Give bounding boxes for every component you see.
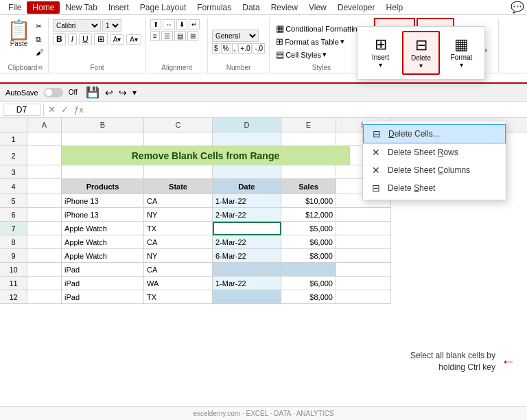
- cell-b9[interactable]: Apple Watch: [62, 249, 144, 263]
- formula-enter-icon[interactable]: ✓: [60, 104, 70, 115]
- menu-item-review[interactable]: Review: [266, 1, 303, 14]
- cell-b12[interactable]: iPad: [62, 290, 144, 304]
- cell-f6[interactable]: [336, 208, 391, 222]
- cell-styles-button[interactable]: ▤ Cell Styles ▾: [274, 49, 369, 60]
- delete-sheet-item[interactable]: ⊟ Delete Sheet: [363, 179, 506, 197]
- cell-c1[interactable]: [144, 132, 213, 146]
- align-right-button[interactable]: ▤: [174, 31, 186, 41]
- cell-c9[interactable]: NY: [144, 249, 213, 263]
- cell-b8[interactable]: Apple Watch: [62, 235, 144, 249]
- cell-e8[interactable]: $6,000: [281, 235, 336, 249]
- cell-b1[interactable]: [62, 132, 144, 146]
- undo-button[interactable]: ↩: [105, 87, 113, 98]
- col-header-a[interactable]: A: [27, 118, 62, 132]
- row-header-4[interactable]: 4: [0, 179, 27, 194]
- cell-a11[interactable]: [27, 277, 62, 290]
- formula-input[interactable]: [88, 105, 524, 115]
- cell-c5[interactable]: CA: [144, 194, 213, 208]
- merge-button[interactable]: ⊞: [187, 31, 198, 41]
- row-header-1[interactable]: 1: [0, 132, 27, 146]
- delete-sheet-rows-item[interactable]: ✕ Delete Sheet Rows: [363, 143, 506, 161]
- align-center-button[interactable]: ☰: [161, 31, 173, 41]
- insert-cells-button[interactable]: ⊞ Insert ▾: [362, 31, 399, 75]
- conditional-formatting-button[interactable]: ▦ Conditional Formatting ▾: [274, 23, 369, 34]
- cell-c11[interactable]: WA: [144, 277, 213, 290]
- cell-c7[interactable]: TX: [144, 222, 213, 235]
- cell-a4[interactable]: [27, 179, 62, 194]
- row-header-2[interactable]: 2: [0, 146, 27, 165]
- cell-d6[interactable]: 2-Mar-22: [213, 208, 281, 222]
- cell-d11[interactable]: 1-Mar-22: [213, 277, 281, 290]
- cell-e12[interactable]: $8,000: [281, 290, 336, 304]
- cell-d3[interactable]: [213, 165, 281, 179]
- cell-e10[interactable]: [281, 263, 336, 277]
- fill-color-button[interactable]: A▾: [110, 34, 125, 45]
- cell-b10[interactable]: iPad: [62, 263, 144, 277]
- menu-item-formulas[interactable]: Formulas: [191, 1, 237, 14]
- cell-e5[interactable]: $10,000: [281, 194, 336, 208]
- increase-decimal-button[interactable]: +.0: [238, 43, 252, 54]
- chat-icon[interactable]: 💬: [511, 1, 524, 14]
- row-header-11[interactable]: 11: [0, 277, 27, 290]
- font-color-button[interactable]: A▾: [126, 34, 141, 45]
- underline-button[interactable]: U: [79, 33, 92, 45]
- format-cells-button[interactable]: ▦ Format ▾: [443, 31, 480, 75]
- cell-a2[interactable]: [27, 146, 62, 165]
- cell-a9[interactable]: [27, 249, 62, 263]
- cell-b5[interactable]: iPhone 13: [62, 194, 144, 208]
- cell-a5[interactable]: [27, 194, 62, 208]
- cell-c6[interactable]: NY: [144, 208, 213, 222]
- currency-button[interactable]: $: [212, 43, 220, 54]
- cell-b11[interactable]: iPad: [62, 277, 144, 290]
- cell-a6[interactable]: [27, 208, 62, 222]
- border-button[interactable]: ⊞: [94, 33, 108, 45]
- autosave-toggle[interactable]: [44, 88, 63, 97]
- delete-cells-item[interactable]: ⊟ Delete Cells...: [363, 124, 506, 143]
- menu-item-view[interactable]: View: [303, 1, 332, 14]
- col-header-b[interactable]: B: [62, 118, 144, 132]
- copy-button[interactable]: ⧉: [34, 34, 45, 45]
- menu-item-insert[interactable]: Insert: [103, 1, 134, 14]
- cell-c12[interactable]: TX: [144, 290, 213, 304]
- cell-e3[interactable]: [281, 165, 336, 179]
- menu-item-data[interactable]: Data: [237, 1, 265, 14]
- cell-c10[interactable]: CA: [144, 263, 213, 277]
- col-header-c[interactable]: C: [144, 118, 213, 132]
- cell-b2-title[interactable]: Remove Blank Cells from Range: [62, 146, 350, 165]
- cell-d10[interactable]: [213, 263, 281, 277]
- row-header-3[interactable]: 3: [0, 165, 27, 179]
- bold-button[interactable]: B: [53, 33, 66, 45]
- paste-button[interactable]: 📋 Paste: [5, 19, 32, 49]
- format-painter-button[interactable]: 🖌: [34, 47, 45, 58]
- col-header-d[interactable]: D: [213, 118, 281, 132]
- cell-d4[interactable]: Date: [213, 179, 281, 194]
- cell-b7[interactable]: Apple Watch: [62, 222, 144, 235]
- menu-item-home[interactable]: Home: [27, 1, 60, 14]
- delete-cells-button[interactable]: ⊟ Delete ▾: [402, 31, 440, 75]
- cell-b3[interactable]: [62, 165, 144, 179]
- formula-cancel-icon[interactable]: ✕: [47, 104, 57, 115]
- menu-item-help[interactable]: Help: [380, 1, 408, 14]
- row-header-12[interactable]: 12: [0, 290, 27, 304]
- cell-d9[interactable]: 6-Mar-22: [213, 249, 281, 263]
- comma-button[interactable]: ,: [232, 43, 238, 54]
- row-header-8[interactable]: 8: [0, 235, 27, 249]
- cell-e1[interactable]: [281, 132, 336, 146]
- percent-button[interactable]: %: [221, 43, 231, 54]
- cell-b6[interactable]: iPhone 13: [62, 208, 144, 222]
- cell-c4[interactable]: State: [144, 179, 213, 194]
- menu-item-newtab[interactable]: New Tab: [60, 1, 102, 14]
- cell-e4[interactable]: Sales: [281, 179, 336, 194]
- cell-d12[interactable]: [213, 290, 281, 304]
- cell-a8[interactable]: [27, 235, 62, 249]
- row-header-10[interactable]: 10: [0, 263, 27, 277]
- cell-d1[interactable]: [213, 132, 281, 146]
- row-header-5[interactable]: 5: [0, 194, 27, 208]
- col-header-e[interactable]: E: [281, 118, 336, 132]
- cell-a3[interactable]: [27, 165, 62, 179]
- font-name-select[interactable]: Calibri: [53, 19, 101, 32]
- redo-button[interactable]: ↪: [119, 87, 127, 98]
- font-size-select[interactable]: 11: [102, 19, 121, 32]
- cell-e7[interactable]: $5,000: [281, 222, 336, 235]
- cell-d8[interactable]: 2-Mar-22: [213, 235, 281, 249]
